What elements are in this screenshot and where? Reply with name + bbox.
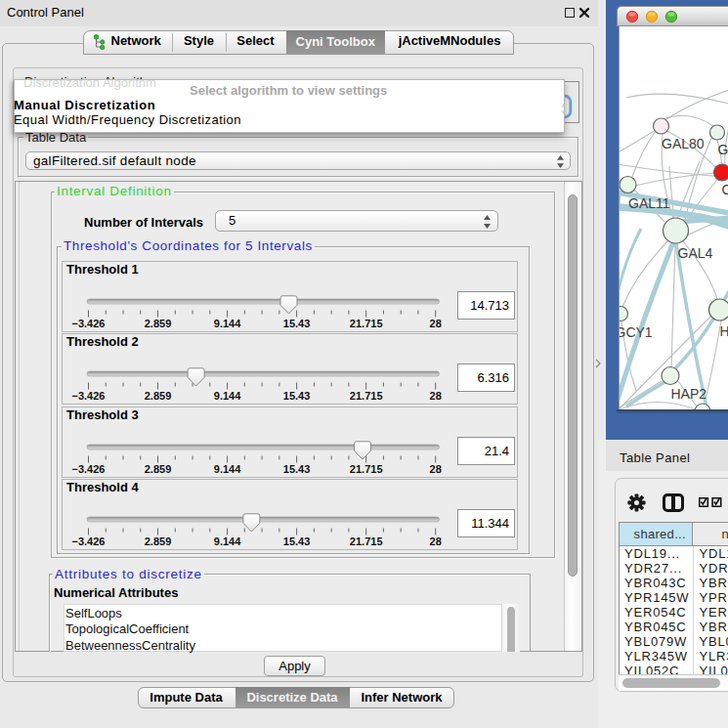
svg-text:2.859: 2.859	[145, 390, 172, 402]
svg-text:2.859: 2.859	[145, 463, 172, 475]
svg-text:28: 28	[430, 318, 442, 329]
svg-text:HAP2: HAP2	[671, 386, 707, 402]
svg-text:21.715: 21.715	[350, 390, 383, 402]
svg-text:2.859: 2.859	[145, 318, 172, 329]
svg-text:−3.426: −3.426	[72, 318, 106, 329]
svg-text:21.715: 21.715	[350, 535, 383, 547]
svg-text:GCY1: GCY1	[620, 324, 653, 340]
svg-text:−3.426: −3.426	[72, 390, 106, 402]
svg-text:C: C	[722, 182, 728, 197]
svg-text:15.43: 15.43	[283, 535, 311, 547]
svg-text:21.715: 21.715	[350, 318, 383, 329]
svg-text:G.: G.	[718, 142, 728, 157]
svg-text:28: 28	[430, 463, 442, 475]
svg-text:−3.426: −3.426	[72, 535, 106, 547]
svg-text:GAL4: GAL4	[678, 245, 713, 261]
svg-text:9.144: 9.144	[214, 535, 241, 547]
svg-text:15.43: 15.43	[283, 318, 311, 329]
svg-text:28: 28	[430, 390, 442, 402]
svg-text:21.715: 21.715	[350, 463, 383, 475]
svg-text:28: 28	[430, 535, 442, 547]
svg-text:9.144: 9.144	[214, 318, 241, 329]
svg-text:9.144: 9.144	[214, 463, 241, 475]
svg-text:−3.426: −3.426	[72, 463, 106, 475]
svg-text:15.43: 15.43	[283, 390, 311, 402]
svg-text:15.43: 15.43	[283, 463, 311, 475]
svg-text:H: H	[720, 323, 728, 339]
svg-text:GAL80: GAL80	[662, 136, 705, 151]
svg-text:9.144: 9.144	[214, 390, 241, 402]
svg-text:GAL11: GAL11	[628, 195, 670, 211]
svg-text:2.859: 2.859	[145, 535, 172, 547]
